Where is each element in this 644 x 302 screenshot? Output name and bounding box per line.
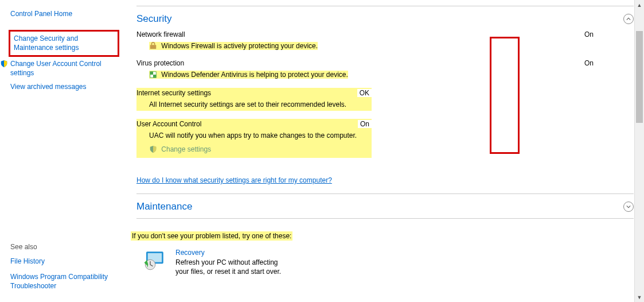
virus-protection-status: On xyxy=(584,59,634,67)
see-also-heading: See also xyxy=(10,243,119,251)
scroll-up-arrow-icon[interactable]: ▲ xyxy=(635,0,644,10)
network-firewall-item: Network firewall On Windows Firewall is … xyxy=(136,30,634,51)
security-title: Security xyxy=(136,13,171,25)
internet-security-detail: All Internet security settings are set t… xyxy=(149,100,346,109)
sidebar: Control Panel Home Change Security and M… xyxy=(0,0,126,302)
virus-protection-label: Virus protection xyxy=(136,59,184,67)
uac-label: User Account Control xyxy=(136,120,201,128)
svg-rect-3 xyxy=(153,75,156,78)
internet-security-item: Internet security settings OK All Intern… xyxy=(136,88,372,111)
firewall-icon xyxy=(149,42,157,50)
sidebar-link-change-uac[interactable]: Change User Account Control settings xyxy=(10,59,119,78)
defender-icon xyxy=(149,71,157,79)
security-section-header[interactable]: Security xyxy=(136,10,634,30)
internet-security-label: Internet security settings xyxy=(136,89,211,97)
maintenance-section-header[interactable]: Maintenance xyxy=(136,198,634,218)
uac-detail: UAC will notify you when apps try to mak… xyxy=(149,131,357,140)
uac-shield-small-icon xyxy=(149,145,157,153)
main-content: Security Network firewall On Windows Fir… xyxy=(126,0,644,302)
vertical-scrollbar[interactable]: ▲ ▼ xyxy=(634,0,644,302)
recovery-icon xyxy=(142,249,166,273)
see-also-file-history[interactable]: File History xyxy=(10,257,119,266)
scroll-thumb[interactable] xyxy=(636,31,643,123)
see-also-compat-troubleshooter[interactable]: Windows Program Compatibility Troublesho… xyxy=(10,272,119,291)
maintenance-title: Maintenance xyxy=(136,201,192,212)
control-panel-home-link[interactable]: Control Panel Home xyxy=(10,9,119,18)
recovery-link[interactable]: Recovery xyxy=(175,249,290,257)
recovery-desc: Refresh your PC without affecting your f… xyxy=(175,258,290,276)
uac-shield-icon xyxy=(0,60,8,68)
recovery-item: Recovery Refresh your PC without affecti… xyxy=(136,249,634,276)
scroll-down-arrow-icon[interactable]: ▼ xyxy=(635,292,644,302)
virus-protection-detail: Windows Defender Antivirus is helping to… xyxy=(161,71,348,79)
uac-status: On xyxy=(358,120,372,128)
sidebar-link-archived-messages[interactable]: View archived messages xyxy=(10,82,119,91)
footer-note: If you don't see your problem listed, tr… xyxy=(131,231,292,241)
network-firewall-status: On xyxy=(584,30,634,38)
uac-item: User Account Control On UAC will notify … xyxy=(136,119,372,158)
security-help-link[interactable]: How do I know what security settings are… xyxy=(136,176,332,184)
expand-maintenance-icon[interactable] xyxy=(623,202,634,212)
collapse-security-icon[interactable] xyxy=(623,14,634,24)
uac-change-settings-link[interactable]: Change settings xyxy=(161,145,211,153)
status-highlight-box xyxy=(490,37,520,154)
sidebar-link-change-security[interactable]: Change Security and Maintenance settings xyxy=(9,30,119,56)
internet-security-status: OK xyxy=(357,89,372,97)
network-firewall-detail: Windows Firewall is actively protecting … xyxy=(161,42,318,50)
network-firewall-label: Network firewall xyxy=(136,30,185,38)
svg-rect-0 xyxy=(150,45,157,49)
svg-rect-2 xyxy=(150,72,153,75)
virus-protection-item: Virus protection On Windows Defender Ant… xyxy=(136,59,634,80)
